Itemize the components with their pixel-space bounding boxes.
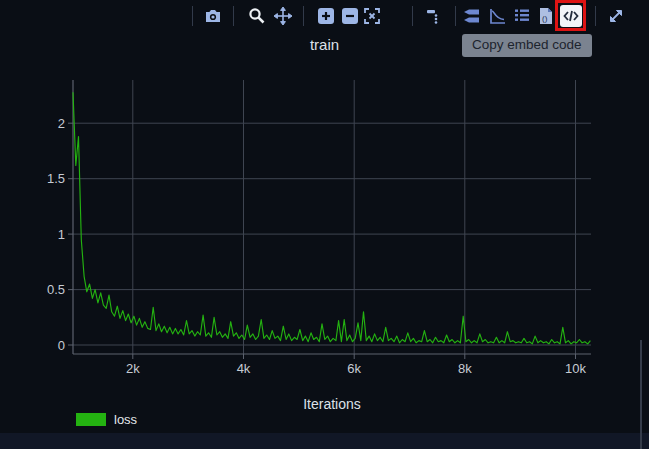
legend-label: loss <box>114 412 137 427</box>
x-tick-label: 8k <box>458 361 472 376</box>
x-tick-label: 4k <box>237 361 251 376</box>
panel-divider <box>640 340 642 449</box>
y-tick-label: 1 <box>58 227 65 242</box>
plot-area[interactable] <box>73 80 591 354</box>
autoscale-icon[interactable] <box>362 6 382 26</box>
camera-icon[interactable] <box>203 6 223 26</box>
toolbar-separator <box>303 6 304 26</box>
chart-toolbar: () <box>0 0 649 32</box>
chart-title: train <box>0 36 649 53</box>
pan-icon[interactable] <box>273 6 293 26</box>
legend-item-loss[interactable]: loss <box>76 412 137 427</box>
x-tick-label: 6k <box>347 361 361 376</box>
log-scale-icon[interactable] <box>487 6 507 26</box>
y-tick-label: 0 <box>58 338 65 353</box>
toolbar-separator <box>412 6 413 26</box>
zoom-in-icon[interactable] <box>316 6 336 26</box>
x-axis-title: Iterations <box>73 396 591 412</box>
spikelines-icon[interactable] <box>424 6 444 26</box>
svg-text:(): () <box>542 14 548 23</box>
toolbar-separator <box>595 6 596 26</box>
y-tick-label: 0.5 <box>47 282 65 297</box>
toolbar-separator <box>233 6 234 26</box>
legend-swatch <box>76 413 106 426</box>
toolbar-separator <box>192 6 193 26</box>
y-tick-label: 1.5 <box>47 171 65 186</box>
zoom-out-icon[interactable] <box>340 6 360 26</box>
fullscreen-icon[interactable] <box>606 6 626 26</box>
loss-chart: 2k 4k 6k 8k 10k 0 0.5 1 1.5 2 <box>0 60 649 390</box>
y-tick-label: 2 <box>58 116 65 131</box>
bottom-panel-bar <box>0 433 649 449</box>
toggle-bars-icon[interactable] <box>462 6 482 26</box>
data-file-icon[interactable]: () <box>536 6 556 26</box>
x-tick-label: 10k <box>565 361 586 376</box>
toolbar-separator <box>455 6 456 26</box>
embed-code-icon[interactable] <box>560 5 582 27</box>
x-tick-label: 2k <box>126 361 140 376</box>
zoom-icon[interactable] <box>247 6 267 26</box>
panel: () Copy embed code train <box>0 0 649 449</box>
list-icon[interactable] <box>512 6 532 26</box>
